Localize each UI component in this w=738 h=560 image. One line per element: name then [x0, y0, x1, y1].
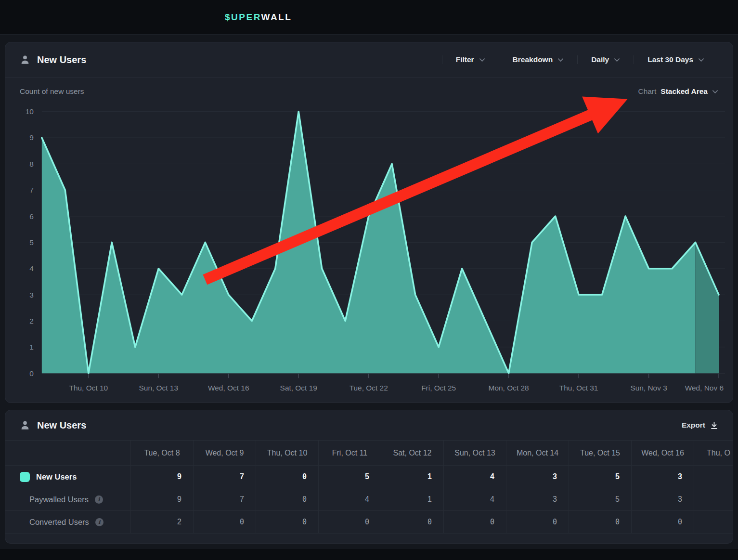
column-header: Wed, Oct 16 [631, 441, 694, 466]
table-card-title: New Users [20, 420, 86, 431]
table-value-cell: 1 [381, 466, 443, 488]
table-value-cell: 0 [318, 511, 381, 534]
y-axis-tick-label: 9 [29, 133, 34, 142]
bottom-bar [0, 549, 738, 560]
column-header: Sat, Oct 12 [381, 441, 443, 466]
logo-prefix: $UPER [225, 12, 261, 22]
column-header: Mon, Oct 14 [506, 441, 569, 466]
stacked-area-chart[interactable]: 012345678910Thu, Oct 10Sun, Oct 13Wed, O… [5, 42, 733, 403]
x-axis-tick-label: Tue, Oct 22 [350, 384, 388, 392]
superwall-logo: $UPERWALL [225, 12, 292, 23]
y-axis-tick-label: 0 [29, 369, 34, 378]
table-value-cell [694, 488, 733, 511]
table-value-cell: 0 [631, 511, 694, 534]
table-value-cell [694, 511, 733, 534]
new-users-chart-card: New Users Filter Breakdown Daily Last 30… [5, 42, 733, 403]
table-value-cell: 7 [193, 488, 256, 511]
x-axis-tick-label: Sat, Oct 19 [280, 384, 317, 392]
row-label-text: New Users [36, 472, 77, 482]
y-axis-tick-label: 5 [29, 238, 34, 247]
table-value-cell: 3 [631, 466, 694, 488]
table-value-cell: 0 [443, 511, 506, 534]
y-axis-tick-label: 1 [29, 343, 34, 351]
chart-subtitle: Count of new users [20, 87, 84, 96]
chevron-down-icon [712, 90, 718, 94]
row-label: Converted Usersi [5, 511, 130, 534]
area-fill-incomplete-period [696, 242, 719, 373]
new-users-table-card: New Users Export Tue, Oct 8Wed, Oct 9Thu… [5, 410, 733, 544]
table-value-cell: 4 [443, 466, 506, 488]
x-axis-tick-label: Thu, Oct 10 [69, 384, 108, 392]
table-value-cell: 5 [318, 466, 381, 488]
y-axis-tick-label: 8 [29, 160, 34, 168]
x-axis-tick-label: Mon, Oct 28 [489, 384, 529, 392]
info-icon[interactable]: i [95, 518, 104, 526]
x-axis-tick-label: Thu, Oct 31 [559, 384, 598, 392]
table-value-cell: 4 [443, 488, 506, 511]
chart-type-dropdown[interactable]: Chart Stacked Area [638, 87, 718, 96]
table-corner-cell [5, 441, 130, 466]
chart-subheader: Count of new users Chart Stacked Area [20, 87, 718, 96]
column-header: Thu, O [694, 441, 733, 466]
daily-values-table: Tue, Oct 8Wed, Oct 9Thu, Oct 10Fri, Oct … [5, 440, 733, 534]
x-axis-tick-label: Wed, Oct 16 [208, 384, 249, 392]
x-axis-tick-label: Fri, Oct 25 [421, 384, 456, 392]
y-axis-tick-label: 2 [29, 317, 34, 325]
table-value-cell: 5 [569, 488, 631, 511]
table-value-cell: 9 [130, 466, 193, 488]
column-header: Sun, Oct 13 [443, 441, 506, 466]
download-icon [710, 421, 718, 430]
table-value-cell: 7 [193, 466, 256, 488]
table-value-cell: 0 [256, 466, 318, 488]
row-label-text: Converted Users [29, 518, 89, 527]
table-value-cell: 3 [506, 466, 569, 488]
info-icon[interactable]: i [95, 495, 103, 504]
table-value-cell: 0 [256, 488, 318, 511]
column-header: Wed, Oct 9 [193, 441, 256, 466]
y-axis-tick-label: 6 [29, 212, 34, 221]
row-label: Paywalled Usersi [5, 488, 130, 511]
column-header: Tue, Oct 8 [130, 441, 193, 466]
table-value-cell: 9 [130, 488, 193, 511]
column-header: Tue, Oct 15 [569, 441, 631, 466]
row-label: New Users [5, 466, 130, 488]
y-axis-tick-label: 10 [26, 107, 34, 116]
person-icon [20, 420, 30, 430]
export-button[interactable]: Export [682, 421, 718, 430]
table-value-cell: 1 [381, 488, 443, 511]
table-value-cell: 0 [569, 511, 631, 534]
y-axis-tick-label: 4 [29, 264, 34, 273]
table-card-header: New Users Export [5, 410, 733, 440]
x-axis-tick-label: Wed, Nov 6 [685, 384, 724, 392]
table-value-cell: 0 [381, 511, 443, 534]
table-value-cell: 2 [130, 511, 193, 534]
table-value-cell: 0 [193, 511, 256, 534]
y-axis-tick-label: 7 [29, 186, 34, 194]
table-value-cell [694, 466, 733, 488]
table-value-cell: 0 [256, 511, 318, 534]
series-color-swatch [20, 472, 30, 482]
top-navigation-bar: $UPERWALL [0, 0, 738, 35]
table-title: New Users [37, 420, 86, 431]
table-value-cell: 0 [506, 511, 569, 534]
y-axis-tick-label: 3 [29, 291, 34, 299]
table-value-cell: 4 [318, 488, 381, 511]
table-value-cell: 3 [506, 488, 569, 511]
row-label-text: Paywalled Users [29, 495, 89, 504]
x-axis-tick-label: Sun, Nov 3 [630, 384, 667, 392]
column-header: Thu, Oct 10 [256, 441, 318, 466]
table-value-cell: 5 [569, 466, 631, 488]
column-header: Fri, Oct 11 [318, 441, 381, 466]
table-value-cell: 3 [631, 488, 694, 511]
logo-suffix: WALL [261, 12, 292, 22]
x-axis-tick-label: Sun, Oct 13 [139, 384, 179, 392]
